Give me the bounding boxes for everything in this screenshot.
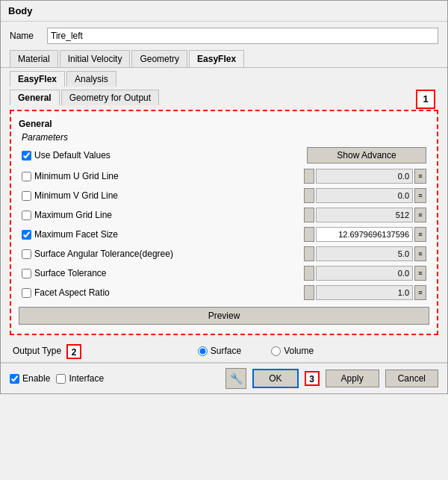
interface-checkbox[interactable] — [56, 374, 66, 384]
param-value-surface-tol: ≡ — [304, 266, 426, 281]
param-input-max-grid[interactable] — [316, 208, 413, 222]
param-input-surface-angular[interactable] — [316, 246, 413, 261]
cancel-button[interactable]: Cancel — [385, 370, 438, 387]
enable-checkbox[interactable] — [10, 374, 19, 384]
title-bar: Body — [1, 1, 447, 22]
param-label-min-u[interactable]: Minimum U Grid Line — [22, 171, 299, 181]
use-defaults-label[interactable]: Use Default Values — [22, 150, 111, 160]
radio-input-volume[interactable] — [271, 346, 281, 356]
top-tab-bar: Material Initial Velocity Geometry EasyF… — [1, 50, 447, 68]
enable-interface-row: Enable Interface — [10, 373, 220, 384]
badge-3: 3 — [305, 371, 320, 386]
param-row-surface-tol: Surface Tolerance ≡ — [16, 264, 432, 283]
param-value-max-facet: ≡ — [304, 227, 426, 242]
param-value-min-u: ≡ — [304, 169, 426, 184]
param-eq-min-u[interactable]: ≡ — [414, 169, 426, 184]
main-window: Body Name Material Initial Velocity Geom… — [0, 0, 448, 394]
window-title: Body — [8, 5, 33, 16]
ok-button[interactable]: OK — [252, 369, 298, 388]
tab-material[interactable]: Material — [10, 50, 58, 67]
name-input[interactable] — [47, 28, 438, 44]
param-value-surface-angular: ≡ — [304, 246, 426, 261]
param-eq-surface-angular[interactable]: ≡ — [414, 246, 426, 261]
param-color-facet-aspect — [304, 285, 314, 300]
radio-group-output: Surface Volume — [76, 346, 435, 356]
enable-label[interactable]: Enable — [10, 373, 50, 384]
param-label-facet-aspect[interactable]: Facet Aspect Ratio — [22, 287, 299, 298]
param-color-max-facet — [304, 227, 314, 242]
param-row-surface-angular: Surface Angular Tolerance(degree) ≡ — [16, 244, 432, 264]
param-label-surface-tol[interactable]: Surface Tolerance — [22, 268, 299, 278]
param-value-facet-aspect: ≡ — [304, 285, 426, 300]
general-panel: General Parameters Use Default Values Sh… — [10, 110, 438, 335]
preview-button[interactable]: Preview — [19, 307, 429, 325]
tab-analysis[interactable]: Analysis — [66, 71, 116, 87]
param-input-min-v[interactable] — [316, 188, 413, 203]
tab-geometry[interactable]: Geometry — [131, 50, 187, 67]
output-type-label: Output Type — [13, 346, 69, 356]
badge-1: 1 — [420, 90, 435, 105]
param-label-max-grid[interactable]: Maximum Grid Line — [22, 210, 299, 220]
param-check-max-facet[interactable] — [22, 230, 31, 240]
interface-label[interactable]: Interface — [56, 373, 104, 384]
params-label: Parameters — [16, 131, 432, 144]
param-check-min-v[interactable] — [22, 191, 31, 201]
inner-tab-bar: EasyFlex Analysis — [1, 68, 447, 87]
param-eq-facet-aspect[interactable]: ≡ — [414, 285, 426, 300]
param-label-max-facet[interactable]: Maximum Facet Size — [22, 229, 299, 240]
action-buttons: 🔧 OK 3 Apply Cancel — [225, 368, 438, 389]
param-eq-max-grid[interactable]: ≡ — [414, 208, 426, 222]
param-row-max-facet: Maximum Facet Size ≡ — [16, 225, 432, 244]
param-eq-min-v[interactable]: ≡ — [414, 188, 426, 203]
sub-tab-bar: General Geometry for Output 1 — [1, 87, 447, 105]
param-input-facet-aspect[interactable] — [316, 285, 413, 300]
param-row-max-grid: Maximum Grid Line ≡ — [16, 205, 432, 225]
param-check-surface-tol[interactable] — [22, 269, 31, 278]
param-check-surface-angular[interactable] — [22, 249, 31, 259]
bottom-bar: Enable Interface 🔧 OK 3 Apply Cancel — [1, 363, 447, 393]
param-color-min-u — [304, 169, 314, 184]
tab-general[interactable]: General — [10, 90, 60, 105]
param-color-max-grid — [304, 208, 314, 222]
param-color-min-v — [304, 188, 314, 203]
param-row-min-v: Minimum V Grid Line ≡ — [16, 186, 432, 205]
param-value-max-grid: ≡ — [304, 208, 426, 222]
icon-button-left[interactable]: 🔧 — [225, 368, 246, 389]
radio-input-surface[interactable] — [198, 346, 208, 356]
param-value-min-v: ≡ — [304, 188, 426, 203]
tab-easyflex-inner[interactable]: EasyFlex — [10, 71, 65, 87]
param-input-min-u[interactable] — [316, 169, 413, 184]
param-row-min-u: Minimum U Grid Line ≡ — [16, 166, 432, 186]
use-defaults-row: Use Default Values Show Advance — [16, 144, 432, 166]
badge-2: 2 — [66, 344, 81, 359]
param-row-facet-aspect: Facet Aspect Ratio ≡ — [16, 283, 432, 302]
param-label-surface-angular[interactable]: Surface Angular Tolerance(degree) — [22, 249, 299, 259]
name-label: Name — [10, 31, 40, 41]
param-color-surface-angular — [304, 246, 314, 261]
output-type-row: Output Type 2 Surface Volume — [1, 340, 447, 362]
tab-initial-velocity[interactable]: Initial Velocity — [60, 50, 131, 67]
radio-surface[interactable]: Surface — [198, 346, 241, 356]
tab-easyflex[interactable]: EasyFlex — [189, 50, 244, 67]
param-label-min-v[interactable]: Minimum V Grid Line — [22, 190, 299, 201]
tab-geometry-for-output[interactable]: Geometry for Output — [61, 90, 159, 105]
apply-button[interactable]: Apply — [326, 370, 379, 387]
param-color-surface-tol — [304, 266, 314, 281]
show-advance-button[interactable]: Show Advance — [307, 147, 426, 163]
param-eq-max-facet[interactable]: ≡ — [414, 227, 426, 242]
name-row: Name — [1, 22, 447, 50]
param-input-surface-tol[interactable] — [316, 266, 413, 281]
param-input-max-facet[interactable] — [316, 227, 413, 242]
param-check-facet-aspect[interactable] — [22, 288, 31, 298]
section-title: General — [16, 116, 432, 131]
param-check-max-grid[interactable] — [22, 211, 31, 220]
param-check-min-u[interactable] — [22, 172, 31, 181]
use-defaults-checkbox[interactable] — [22, 151, 31, 160]
param-eq-surface-tol[interactable]: ≡ — [414, 266, 426, 281]
radio-volume[interactable]: Volume — [271, 346, 314, 356]
